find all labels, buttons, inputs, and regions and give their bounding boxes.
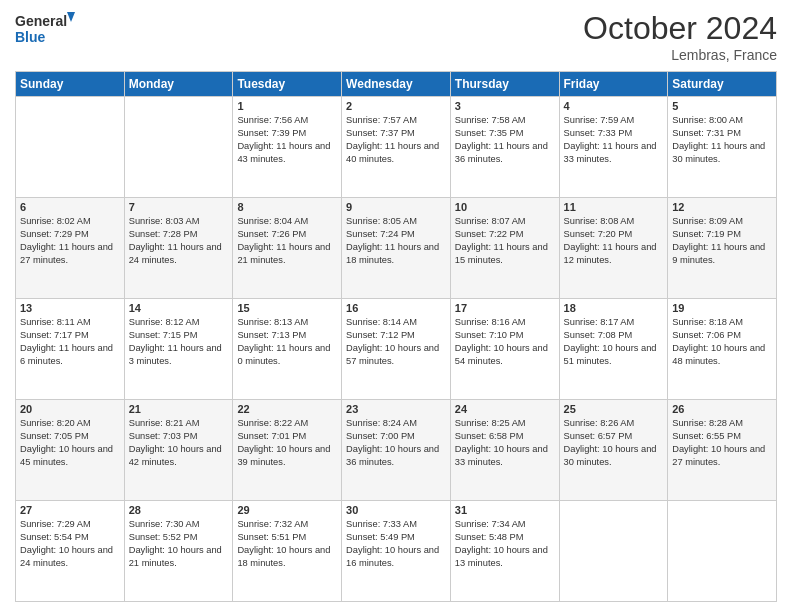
calendar-cell-w4-d3: 22Sunrise: 8:22 AM Sunset: 7:01 PM Dayli… (233, 400, 342, 501)
calendar-cell-w1-d1 (16, 97, 125, 198)
calendar-cell-w5-d4: 30Sunrise: 7:33 AM Sunset: 5:49 PM Dayli… (342, 501, 451, 602)
day-info: Sunrise: 7:30 AM Sunset: 5:52 PM Dayligh… (129, 518, 229, 570)
day-number: 13 (20, 302, 120, 314)
calendar-cell-w4-d6: 25Sunrise: 8:26 AM Sunset: 6:57 PM Dayli… (559, 400, 668, 501)
day-info: Sunrise: 8:22 AM Sunset: 7:01 PM Dayligh… (237, 417, 337, 469)
day-info: Sunrise: 8:26 AM Sunset: 6:57 PM Dayligh… (564, 417, 664, 469)
week-row-2: 6Sunrise: 8:02 AM Sunset: 7:29 PM Daylig… (16, 198, 777, 299)
day-number: 1 (237, 100, 337, 112)
calendar-cell-w2-d2: 7Sunrise: 8:03 AM Sunset: 7:28 PM Daylig… (124, 198, 233, 299)
day-number: 2 (346, 100, 446, 112)
title-block: October 2024 Lembras, France (583, 10, 777, 63)
calendar-cell-w4-d4: 23Sunrise: 8:24 AM Sunset: 7:00 PM Dayli… (342, 400, 451, 501)
day-info: Sunrise: 8:09 AM Sunset: 7:19 PM Dayligh… (672, 215, 772, 267)
day-info: Sunrise: 8:28 AM Sunset: 6:55 PM Dayligh… (672, 417, 772, 469)
calendar-cell-w3-d5: 17Sunrise: 8:16 AM Sunset: 7:10 PM Dayli… (450, 299, 559, 400)
header-tuesday: Tuesday (233, 72, 342, 97)
day-number: 8 (237, 201, 337, 213)
calendar-cell-w5-d3: 29Sunrise: 7:32 AM Sunset: 5:51 PM Dayli… (233, 501, 342, 602)
day-info: Sunrise: 7:56 AM Sunset: 7:39 PM Dayligh… (237, 114, 337, 166)
day-number: 4 (564, 100, 664, 112)
calendar-cell-w1-d3: 1Sunrise: 7:56 AM Sunset: 7:39 PM Daylig… (233, 97, 342, 198)
week-row-4: 20Sunrise: 8:20 AM Sunset: 7:05 PM Dayli… (16, 400, 777, 501)
day-number: 6 (20, 201, 120, 213)
day-info: Sunrise: 8:04 AM Sunset: 7:26 PM Dayligh… (237, 215, 337, 267)
day-info: Sunrise: 8:21 AM Sunset: 7:03 PM Dayligh… (129, 417, 229, 469)
calendar-cell-w5-d5: 31Sunrise: 7:34 AM Sunset: 5:48 PM Dayli… (450, 501, 559, 602)
day-number: 26 (672, 403, 772, 415)
page-header: General Blue October 2024 Lembras, Franc… (15, 10, 777, 63)
day-number: 31 (455, 504, 555, 516)
day-number: 5 (672, 100, 772, 112)
week-row-5: 27Sunrise: 7:29 AM Sunset: 5:54 PM Dayli… (16, 501, 777, 602)
calendar-cell-w5-d7 (668, 501, 777, 602)
day-number: 20 (20, 403, 120, 415)
calendar-cell-w1-d2 (124, 97, 233, 198)
day-number: 14 (129, 302, 229, 314)
calendar-cell-w1-d4: 2Sunrise: 7:57 AM Sunset: 7:37 PM Daylig… (342, 97, 451, 198)
header-sunday: Sunday (16, 72, 125, 97)
calendar-cell-w3-d1: 13Sunrise: 8:11 AM Sunset: 7:17 PM Dayli… (16, 299, 125, 400)
day-info: Sunrise: 8:02 AM Sunset: 7:29 PM Dayligh… (20, 215, 120, 267)
calendar-cell-w2-d7: 12Sunrise: 8:09 AM Sunset: 7:19 PM Dayli… (668, 198, 777, 299)
calendar-cell-w1-d5: 3Sunrise: 7:58 AM Sunset: 7:35 PM Daylig… (450, 97, 559, 198)
day-number: 25 (564, 403, 664, 415)
day-info: Sunrise: 7:59 AM Sunset: 7:33 PM Dayligh… (564, 114, 664, 166)
day-info: Sunrise: 8:14 AM Sunset: 7:12 PM Dayligh… (346, 316, 446, 368)
calendar-header-row: Sunday Monday Tuesday Wednesday Thursday… (16, 72, 777, 97)
location: Lembras, France (583, 47, 777, 63)
calendar-cell-w1-d6: 4Sunrise: 7:59 AM Sunset: 7:33 PM Daylig… (559, 97, 668, 198)
calendar-cell-w4-d1: 20Sunrise: 8:20 AM Sunset: 7:05 PM Dayli… (16, 400, 125, 501)
day-number: 17 (455, 302, 555, 314)
calendar-cell-w1-d7: 5Sunrise: 8:00 AM Sunset: 7:31 PM Daylig… (668, 97, 777, 198)
calendar-cell-w3-d2: 14Sunrise: 8:12 AM Sunset: 7:15 PM Dayli… (124, 299, 233, 400)
calendar-cell-w5-d1: 27Sunrise: 7:29 AM Sunset: 5:54 PM Dayli… (16, 501, 125, 602)
day-info: Sunrise: 7:33 AM Sunset: 5:49 PM Dayligh… (346, 518, 446, 570)
calendar-cell-w2-d1: 6Sunrise: 8:02 AM Sunset: 7:29 PM Daylig… (16, 198, 125, 299)
day-info: Sunrise: 8:13 AM Sunset: 7:13 PM Dayligh… (237, 316, 337, 368)
calendar-cell-w3-d4: 16Sunrise: 8:14 AM Sunset: 7:12 PM Dayli… (342, 299, 451, 400)
day-info: Sunrise: 8:07 AM Sunset: 7:22 PM Dayligh… (455, 215, 555, 267)
calendar-cell-w3-d3: 15Sunrise: 8:13 AM Sunset: 7:13 PM Dayli… (233, 299, 342, 400)
day-info: Sunrise: 8:20 AM Sunset: 7:05 PM Dayligh… (20, 417, 120, 469)
day-info: Sunrise: 8:03 AM Sunset: 7:28 PM Dayligh… (129, 215, 229, 267)
day-number: 28 (129, 504, 229, 516)
calendar-cell-w2-d6: 11Sunrise: 8:08 AM Sunset: 7:20 PM Dayli… (559, 198, 668, 299)
svg-text:General: General (15, 13, 67, 29)
day-info: Sunrise: 7:57 AM Sunset: 7:37 PM Dayligh… (346, 114, 446, 166)
day-info: Sunrise: 8:25 AM Sunset: 6:58 PM Dayligh… (455, 417, 555, 469)
day-info: Sunrise: 8:12 AM Sunset: 7:15 PM Dayligh… (129, 316, 229, 368)
calendar-cell-w4-d2: 21Sunrise: 8:21 AM Sunset: 7:03 PM Dayli… (124, 400, 233, 501)
day-number: 12 (672, 201, 772, 213)
day-number: 22 (237, 403, 337, 415)
calendar-cell-w3-d6: 18Sunrise: 8:17 AM Sunset: 7:08 PM Dayli… (559, 299, 668, 400)
day-number: 10 (455, 201, 555, 213)
calendar-cell-w2-d4: 9Sunrise: 8:05 AM Sunset: 7:24 PM Daylig… (342, 198, 451, 299)
day-number: 9 (346, 201, 446, 213)
month-title: October 2024 (583, 10, 777, 47)
day-number: 18 (564, 302, 664, 314)
day-number: 7 (129, 201, 229, 213)
logo: General Blue (15, 10, 75, 48)
header-saturday: Saturday (668, 72, 777, 97)
day-number: 15 (237, 302, 337, 314)
day-info: Sunrise: 8:11 AM Sunset: 7:17 PM Dayligh… (20, 316, 120, 368)
day-number: 11 (564, 201, 664, 213)
calendar-cell-w4-d5: 24Sunrise: 8:25 AM Sunset: 6:58 PM Dayli… (450, 400, 559, 501)
day-info: Sunrise: 8:24 AM Sunset: 7:00 PM Dayligh… (346, 417, 446, 469)
calendar-cell-w4-d7: 26Sunrise: 8:28 AM Sunset: 6:55 PM Dayli… (668, 400, 777, 501)
day-number: 23 (346, 403, 446, 415)
day-number: 24 (455, 403, 555, 415)
day-number: 19 (672, 302, 772, 314)
day-info: Sunrise: 8:17 AM Sunset: 7:08 PM Dayligh… (564, 316, 664, 368)
day-number: 16 (346, 302, 446, 314)
header-wednesday: Wednesday (342, 72, 451, 97)
day-info: Sunrise: 8:05 AM Sunset: 7:24 PM Dayligh… (346, 215, 446, 267)
calendar-table: Sunday Monday Tuesday Wednesday Thursday… (15, 71, 777, 602)
day-info: Sunrise: 7:58 AM Sunset: 7:35 PM Dayligh… (455, 114, 555, 166)
header-friday: Friday (559, 72, 668, 97)
week-row-1: 1Sunrise: 7:56 AM Sunset: 7:39 PM Daylig… (16, 97, 777, 198)
svg-text:Blue: Blue (15, 29, 46, 45)
day-number: 30 (346, 504, 446, 516)
calendar-cell-w2-d3: 8Sunrise: 8:04 AM Sunset: 7:26 PM Daylig… (233, 198, 342, 299)
